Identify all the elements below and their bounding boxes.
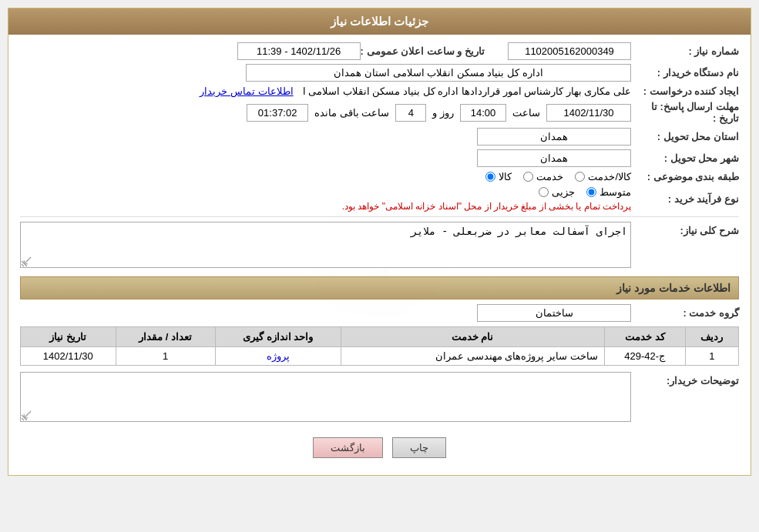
category-radio-group: کالا/خدمت خدمت کالا	[485, 171, 631, 182]
buyer-notes-label: توضیحات خریدار:	[631, 372, 739, 386]
cell-service-name: ساخت سایر پروژه‌های مهندسی عمران	[341, 347, 604, 366]
service-group-label: گروه خدمت :	[631, 307, 739, 319]
category-kala-khedmat-label: کالا/خدمت	[588, 171, 631, 182]
category-kala-radio[interactable]	[485, 172, 495, 182]
category-option-kala-khedmat[interactable]: کالا/خدمت	[575, 171, 631, 182]
creator-value: علی مکاری بهار کارشناس امور قراردادها اد…	[303, 85, 631, 97]
purchase-type-option-jozi[interactable]: جزیی	[539, 186, 575, 198]
deadline-row: مهلت ارسال پاسخ: تا تاریخ : 1402/11/30 س…	[20, 101, 739, 124]
purchase-type-area: متوسط جزیی پرداخت تمام یا بخشی از مبلغ خ…	[342, 186, 631, 212]
col-header-unit: واحد اندازه گیری	[215, 327, 341, 347]
content-area: شماره نیاز : 1102005162000349 تاریخ و سا…	[8, 35, 751, 475]
category-option-kala[interactable]: کالا	[485, 171, 512, 182]
deadline-time: 14:00	[460, 104, 506, 122]
cell-unit: پروژه	[215, 347, 341, 366]
deadline-date: 1402/11/30	[546, 104, 631, 122]
purchase-note: پرداخت تمام یا بخشی از مبلغ خریدار از مح…	[342, 201, 631, 212]
print-button[interactable]: چاپ	[392, 437, 446, 458]
purchase-type-row: نوع فرآیند خرید : متوسط جزیی پرداخت تمام…	[20, 186, 739, 212]
buyer-notes-container: ↙	[20, 372, 631, 424]
buyer-notes-textarea[interactable]	[20, 372, 631, 422]
services-table-header-row: ردیف کد خدمت نام خدمت واحد اندازه گیری ت…	[21, 327, 739, 347]
category-khedmat-radio[interactable]	[523, 172, 533, 182]
category-kala-khedmat-radio[interactable]	[575, 172, 585, 182]
category-khedmat-label: خدمت	[536, 171, 563, 182]
category-label: طبقه بندی موضوعی :	[631, 171, 739, 182]
announcement-value: 1402/11/26 - 11:39	[237, 42, 361, 60]
need-desc-container: ↙	[20, 222, 631, 270]
col-header-service-code: کد خدمت	[604, 327, 685, 347]
city-row: شهر محل تحویل : همدان	[20, 149, 739, 167]
page-wrapper: جزئیات اطلاعات نیاز شماره نیاز : 1102005…	[0, 0, 759, 532]
buyer-org-label: نام دستگاه خریدار :	[631, 67, 739, 79]
announcement-label: تاریخ و ساعت اعلان عمومی :	[361, 45, 485, 57]
cell-quantity: 1	[116, 347, 215, 366]
purchase-jozi-label: جزیی	[552, 186, 575, 198]
deadline-label: مهلت ارسال پاسخ: تا تاریخ :	[631, 101, 739, 124]
deadline-time-label: ساعت	[512, 107, 540, 119]
buyer-org-value: اداره کل بنیاد مسکن انقلاب اسلامی استان …	[246, 64, 631, 82]
col-header-row-num: ردیف	[685, 327, 738, 347]
col-header-quantity: تعداد / مقدار	[116, 327, 215, 347]
cell-date: 1402/11/30	[21, 347, 116, 366]
purchase-type-label: نوع فرآیند خرید :	[631, 193, 739, 205]
need-desc-label: شرح کلی نیاز:	[631, 222, 739, 236]
need-desc-row: شرح کلی نیاز: ↙	[20, 222, 739, 270]
cell-service-code: ج-42-429	[604, 347, 685, 366]
need-desc-textarea[interactable]	[20, 222, 631, 268]
category-kala-label: کالا	[499, 171, 512, 182]
col-header-service-name: نام خدمت	[341, 327, 604, 347]
category-option-khedmat[interactable]: خدمت	[523, 171, 563, 182]
deadline-remaining-label: ساعت باقی مانده	[314, 107, 389, 119]
service-group-value: ساختمان	[477, 304, 631, 322]
col-header-date: تاریخ نیاز	[21, 327, 116, 347]
creator-link[interactable]: اطلاعات تماس خریدار	[200, 85, 293, 97]
category-row: طبقه بندی موضوعی : کالا/خدمت خدمت کالا	[20, 171, 739, 182]
deadline-days-label: روز و	[432, 107, 454, 119]
buyer-org-row: نام دستگاه خریدار : اداره کل بنیاد مسکن …	[20, 64, 739, 82]
cell-row-num: 1	[685, 347, 738, 366]
buyer-notes-row: توضیحات خریدار: ↙	[20, 372, 739, 424]
page-title: جزئیات اطلاعات نیاز	[8, 8, 751, 35]
need-number-value: 1102005162000349	[508, 42, 631, 60]
need-number-label: شماره نیاز :	[631, 45, 739, 57]
button-row: چاپ بازگشت	[20, 428, 739, 467]
purchase-motavaset-label: متوسط	[599, 186, 631, 198]
services-table: ردیف کد خدمت نام خدمت واحد اندازه گیری ت…	[20, 326, 739, 366]
purchase-jozi-radio[interactable]	[539, 187, 549, 197]
purchase-type-option-motavaset[interactable]: متوسط	[586, 186, 631, 198]
creator-label: ایجاد کننده درخواست :	[631, 85, 739, 97]
back-button[interactable]: بازگشت	[313, 437, 383, 458]
province-value: همدان	[477, 128, 631, 146]
purchase-motavaset-radio[interactable]	[586, 187, 596, 197]
service-group-row: گروه خدمت : ساختمان	[20, 304, 739, 322]
province-row: استان محل تحویل : همدان	[20, 128, 739, 146]
need-number-row: شماره نیاز : 1102005162000349 تاریخ و سا…	[20, 42, 739, 60]
deadline-days: 4	[395, 104, 426, 122]
deadline-remaining: 01:37:02	[247, 104, 308, 122]
services-section-label: اطلاعات خدمات مورد نیاز	[616, 282, 730, 294]
services-table-body: 1 ج-42-429 ساخت سایر پروژه‌های مهندسی عم…	[21, 347, 739, 366]
purchase-type-radio-group: متوسط جزیی	[342, 186, 631, 198]
table-row: 1 ج-42-429 ساخت سایر پروژه‌های مهندسی عم…	[21, 347, 739, 366]
services-table-head: ردیف کد خدمت نام خدمت واحد اندازه گیری ت…	[21, 327, 739, 347]
services-section-header: اطلاعات خدمات مورد نیاز	[20, 276, 739, 299]
city-label: شهر محل تحویل :	[631, 152, 739, 164]
creator-row: ایجاد کننده درخواست : علی مکاری بهار کار…	[20, 85, 739, 97]
main-box: جزئیات اطلاعات نیاز شماره نیاز : 1102005…	[8, 8, 751, 476]
divider-1	[20, 216, 739, 217]
city-value: همدان	[477, 149, 631, 167]
province-label: استان محل تحویل :	[631, 131, 739, 142]
deadline-inputs: 1402/11/30 ساعت 14:00 روز و 4 ساعت باقی …	[247, 104, 631, 122]
